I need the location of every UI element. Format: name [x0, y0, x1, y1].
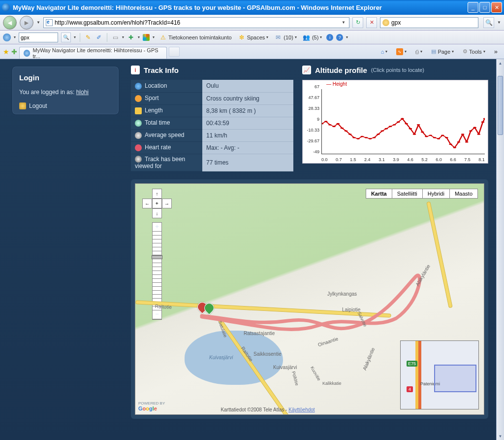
map-type-terrain[interactable]: Maasto [450, 189, 478, 199]
map-type-hybrid[interactable]: Hybridi [423, 189, 450, 199]
svg-point-9 [356, 138, 360, 139]
news-dropdown[interactable]: ▾ [122, 35, 124, 39]
address-dropdown[interactable]: ▼ [340, 20, 347, 25]
mail-link[interactable]: ✉(10)▾ [273, 34, 298, 41]
overflow-chevron[interactable]: » [491, 46, 501, 57]
toolbar-search-dropdown[interactable]: ▾ [74, 35, 76, 39]
altitude-chart[interactable]: Height 6747.6728.339-10.33-29.67-49 0.00… [302, 80, 488, 164]
forward-button[interactable]: ► [20, 16, 33, 30]
pan-left-button[interactable]: ← [142, 199, 152, 208]
minimap-viewport-box[interactable] [434, 365, 476, 392]
butterfly-icon[interactable] [143, 34, 150, 41]
minimap-route-badge: E75 [407, 361, 417, 367]
highlighter-icon[interactable]: ✎ [84, 34, 92, 41]
window-minimize-button[interactable]: _ [468, 2, 478, 13]
page-content: Login You are logged in as: hlohi Logout… [0, 59, 504, 440]
scroll-up-arrow[interactable]: ▲ [497, 59, 504, 67]
minimap-highway [415, 341, 421, 409]
page-scrollbar[interactable]: ▲ ▼ [496, 59, 504, 440]
toolbar-search-box[interactable] [19, 33, 58, 42]
eye-icon [135, 156, 142, 163]
spaces-dropdown[interactable]: ▾ [266, 35, 268, 39]
svg-point-17 [389, 126, 392, 127]
add-favorite-icon[interactable]: ✚ [11, 48, 17, 56]
page-menu-label: Page [438, 49, 450, 55]
toolbar-search-input[interactable] [21, 34, 56, 40]
help-dropdown[interactable]: ▾ [346, 35, 348, 39]
svg-point-35 [461, 134, 465, 135]
new-tab-button[interactable] [169, 47, 180, 57]
address-bar[interactable]: ▼ [43, 17, 349, 28]
spaces-link[interactable]: ❇Spaces▾ [236, 34, 270, 41]
map-district-label: Jylkynkangas [327, 291, 357, 297]
map-type-satellite[interactable]: Satelliitti [392, 189, 423, 199]
page-icon-small: ▤ [431, 48, 436, 55]
help-icon[interactable]: ? [336, 34, 343, 41]
map-type-map[interactable]: Kartta [366, 189, 392, 199]
zoom-slider-rail[interactable] [153, 232, 161, 310]
speed-icon [135, 132, 142, 139]
nav-history-dropdown[interactable]: ▼ [36, 20, 40, 25]
map-marker-start[interactable] [204, 303, 214, 317]
login-heading: Login [19, 73, 112, 82]
refresh-button[interactable]: ↻ [352, 17, 363, 28]
msn-dropdown[interactable]: ▾ [153, 35, 155, 39]
stop-button[interactable]: ✕ [366, 17, 377, 28]
map-terms-link[interactable]: Käyttöehdot [288, 407, 315, 412]
svg-point-36 [465, 141, 469, 143]
pen-icon[interactable]: ✐ [95, 34, 103, 41]
login-panel: Login You are logged in as: hlohi Logout [12, 66, 119, 115]
map-canvas[interactable]: ↑ ←⌖→ ↓ + − Kartta Satelliitti Hybridi M… [135, 183, 484, 415]
zoom-slider-handle[interactable] [152, 255, 162, 259]
window-maximize-button[interactable]: □ [479, 2, 490, 13]
people-dropdown[interactable]: ▾ [320, 35, 322, 39]
favorites-star-icon[interactable]: ★ [3, 48, 9, 56]
track-info-panel: i Track Info LocationOulu SportCross cou… [131, 64, 293, 171]
gear-icon: ⚙ [463, 48, 468, 55]
pan-right-button[interactable]: → [162, 199, 172, 208]
pan-center-button[interactable]: ⌖ [152, 199, 162, 208]
logout-link[interactable]: Logout [19, 102, 112, 109]
url-input[interactable] [55, 19, 338, 26]
back-button[interactable]: ◄ [3, 16, 17, 30]
browser-search-go[interactable]: 🔍 [483, 17, 494, 28]
browser-tab[interactable]: MyWay Navigator Lite demoreitti: Hiihtor… [19, 47, 167, 59]
browser-search-input[interactable] [391, 19, 476, 26]
info-icon[interactable]: i [326, 34, 333, 41]
toolbar-search-go[interactable]: 🔍 [61, 33, 71, 42]
map-gps-track [199, 306, 416, 326]
zoom-out-button[interactable]: − [153, 310, 161, 319]
scroll-thumb[interactable] [498, 76, 503, 135]
print-button[interactable]: ⎙▾ [412, 46, 426, 57]
search-provider-dropdown[interactable]: ▼ [497, 20, 501, 25]
svg-point-13 [373, 137, 376, 138]
news-icon[interactable]: ▭ [111, 34, 119, 41]
chart-plot-area[interactable] [321, 89, 485, 154]
ie-logo-dropdown[interactable]: ▾ [14, 35, 16, 39]
pan-up-button[interactable]: ↑ [152, 189, 162, 199]
home-button[interactable]: ⌂▾ [378, 46, 391, 57]
browser-search-box[interactable] [380, 17, 478, 28]
people-link[interactable]: 👥(5)▾ [301, 34, 323, 41]
svg-point-28 [433, 137, 437, 138]
zoom-in-button[interactable]: + [153, 223, 161, 232]
info-panel-icon: i [131, 66, 140, 74]
map-overview[interactable]: E75 4 Pateniemi [400, 340, 479, 409]
logged-in-user-link[interactable]: hlohi [76, 89, 89, 96]
mail-dropdown[interactable]: ▾ [295, 35, 297, 39]
globe-icon [135, 83, 142, 90]
add-dropdown[interactable]: ▾ [138, 35, 140, 39]
add-icon[interactable]: ✚ [127, 34, 135, 41]
scroll-down-arrow[interactable]: ▼ [497, 432, 504, 440]
row-sport-key: Sport [145, 95, 159, 102]
health-link[interactable]: ⚠Tietokoneen toimintakunto [158, 34, 233, 41]
pan-down-button[interactable]: ↓ [152, 208, 162, 218]
ie-logo-icon[interactable] [3, 34, 11, 41]
svg-point-31 [445, 137, 448, 138]
window-close-button[interactable]: ✕ [491, 2, 502, 13]
tab-favicon [24, 50, 30, 57]
tools-menu[interactable]: ⚙Tools▾ [459, 46, 489, 57]
page-menu[interactable]: ▤Page▾ [428, 46, 457, 57]
row-sport-val: Cross country skiing [202, 92, 293, 104]
feeds-button[interactable]: ∿▾ [393, 46, 410, 57]
